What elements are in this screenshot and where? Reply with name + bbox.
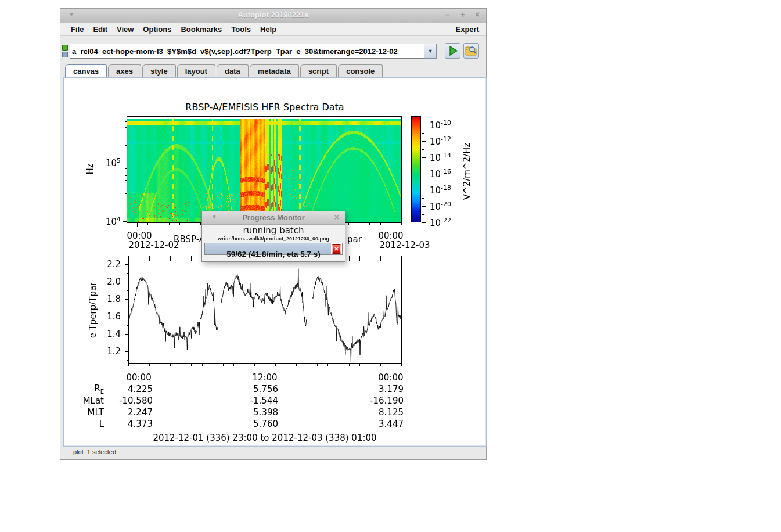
colorbar-tick-10e-12: 10-12 (430, 135, 451, 147)
line-ytick-1.8: 1.8 (107, 294, 121, 304)
table-value-MLT-2: 8.125 (379, 407, 404, 418)
app-window: ▼ Autoplot 20190221a – + × FileEditViewO… (60, 8, 487, 460)
tab-layout[interactable]: layout (177, 64, 215, 77)
table-label-MLT: MLT (88, 407, 104, 418)
plot-canvas-panel: RBSP-A/EMFISIS HFR Spectra Data Hz V^2/m… (63, 77, 487, 447)
uri-input[interactable] (70, 44, 424, 59)
menu-view[interactable]: View (112, 25, 138, 34)
tab-console[interactable]: console (338, 64, 383, 77)
play-icon (445, 44, 460, 58)
progress-close-icon[interactable]: × (334, 213, 339, 222)
line-ytick-1.4: 1.4 (107, 329, 121, 339)
table-value-L-2: 3.447 (379, 419, 404, 429)
table-value-R-1: 5.756 (253, 384, 278, 394)
tab-axes[interactable]: axes (108, 64, 141, 77)
spectrogram-plot[interactable] (127, 116, 401, 222)
window-title: Autoplot 20190221a (60, 10, 486, 19)
tab-data[interactable]: data (217, 64, 249, 77)
table-value-L-0: 4.373 (128, 419, 153, 429)
tab-script[interactable]: script (300, 64, 337, 77)
table-value-MLat-1: -1.544 (250, 396, 278, 406)
address-row: ▼ (60, 44, 486, 61)
colorbar-tick-10e-16: 10-16 (430, 168, 451, 179)
colorbar (411, 116, 421, 222)
menu-help[interactable]: Help (255, 25, 281, 34)
tab-canvas[interactable]: canvas (65, 64, 107, 77)
status-text: plot_1 selected (73, 448, 116, 455)
menu-bar: FileEditViewOptionsBookmarksToolsHelpExp… (60, 23, 486, 36)
progress-detail-label: write /hom...walk3/product_20121230_00.p… (202, 236, 345, 242)
progress-monitor-dialog: ▼ Progress Monitor × running batch write… (201, 211, 345, 262)
line-xtick-1: 12:00 (252, 372, 277, 383)
line-xtick-2: 00:00 (378, 372, 403, 383)
datasource-green-icon (62, 45, 68, 51)
menu-file[interactable]: File (66, 25, 88, 34)
tab-metadata[interactable]: metadata (250, 64, 299, 77)
progress-dialog-title-bar[interactable]: ▼ Progress Monitor × (202, 211, 345, 225)
menu-bookmarks[interactable]: Bookmarks (176, 25, 226, 34)
line-ytick-2.0: 2.0 (107, 276, 121, 287)
table-label-R: RE (94, 383, 104, 395)
table-value-R-0: 4.225 (128, 384, 153, 394)
colorbar-tick-10e-10: 10-10 (430, 119, 451, 131)
timeseries-ylabel: e Tperp/Tpar (88, 282, 98, 339)
spectrogram-xtick-right-date: 2012-12-03 (379, 240, 430, 250)
table-label-MLat: MLat (83, 396, 104, 406)
inspect-button[interactable] (463, 43, 479, 59)
timeseries-plot[interactable] (128, 258, 401, 363)
table-value-MLT-0: 2.247 (128, 407, 153, 418)
plot2-title-fragment-right: par (347, 234, 362, 245)
table-value-L-1: 5.760 (253, 419, 278, 429)
expert-menu[interactable]: Expert (456, 25, 479, 34)
spectrogram-ylabel: Hz (85, 163, 95, 174)
colorbar-unit-label: V^2/m^2/Hz (462, 143, 472, 200)
datasource-blue-icon (62, 52, 68, 57)
window-title-bar[interactable]: ▼ Autoplot 20190221a – + × (60, 9, 486, 23)
line-xtick-0: 00:00 (126, 372, 151, 383)
colorbar-tick-10e-18: 10-18 (430, 184, 451, 196)
table-value-R-2: 3.179 (379, 384, 404, 394)
menu-options[interactable]: Options (138, 25, 176, 34)
menu-edit[interactable]: Edit (88, 25, 112, 34)
progress-task-label: running batch (202, 225, 345, 236)
spectrogram-title: RBSP-A/EMFISIS HFR Spectra Data (185, 102, 344, 113)
spectrogram-xtick-left-date: 2012-12-02 (128, 240, 179, 250)
timerange-footer: 2012-12-01 (336) 23:00 to 2012-12-03 (33… (153, 433, 376, 443)
colorbar-tick-10e-14: 10-14 (430, 152, 451, 163)
close-button[interactable]: × (472, 10, 483, 20)
colorbar-tick-10e-22: 10-22 (430, 217, 451, 228)
folder-search-icon (464, 44, 478, 58)
spec-ytick-10e4: 104 (106, 215, 121, 227)
colorbar-tick-10e-20: 10-20 (430, 200, 451, 212)
line-ytick-2.2: 2.2 (107, 259, 121, 269)
tab-row: canvasaxesstylelayoutdatametadatascriptc… (65, 64, 383, 77)
menu-tools[interactable]: Tools (226, 25, 255, 34)
go-button[interactable] (445, 43, 460, 59)
line-ytick-1.6: 1.6 (107, 311, 121, 322)
table-value-MLat-2: -16.190 (370, 396, 404, 406)
line-ytick-1.2: 1.2 (107, 346, 121, 357)
table-label-L: L (99, 419, 104, 429)
spec-ytick-10e5: 105 (106, 157, 121, 168)
uri-dropdown-button[interactable]: ▼ (424, 44, 437, 59)
tab-style[interactable]: style (142, 64, 176, 77)
maximize-button[interactable]: + (457, 10, 469, 20)
progress-dialog-title: Progress Monitor (202, 213, 345, 222)
table-value-MLat-0: -10.580 (119, 396, 153, 406)
progress-status-label: 59/62 (41.8/min, eta 5.7 s) (202, 250, 345, 258)
minimize-button[interactable]: – (442, 10, 454, 20)
plot2-title-fragment-left: RBSP-A (174, 234, 205, 245)
table-value-MLT-1: 5.398 (253, 407, 278, 418)
